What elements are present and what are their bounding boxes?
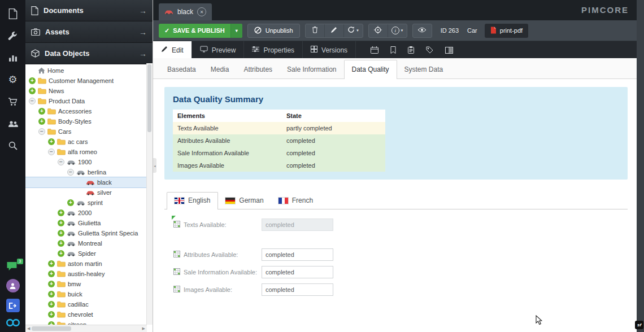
expand-icon[interactable]: + xyxy=(58,250,64,257)
save-dropdown-caret-icon[interactable]: ▾ xyxy=(230,24,242,38)
notes-clipboard-icon[interactable] xyxy=(408,46,414,54)
expand-icon[interactable]: + xyxy=(67,199,74,206)
tree-item-giulietta[interactable]: +Giulietta xyxy=(25,218,147,228)
tree-item-accessories[interactable]: +Accessories xyxy=(25,106,147,116)
reports-chart-icon[interactable] xyxy=(6,51,20,64)
unpublish-button[interactable]: Unpublish xyxy=(247,24,300,38)
collapse-icon[interactable]: − xyxy=(29,98,36,104)
tree-item-body-styles[interactable]: +Body-Styles xyxy=(25,116,147,126)
language-tab-german[interactable]: German xyxy=(218,193,271,209)
expand-icon[interactable]: + xyxy=(48,301,55,308)
expand-icon[interactable]: + xyxy=(48,138,55,145)
tree-item-cadillac[interactable]: +cadillac xyxy=(25,299,147,309)
close-tab-icon[interactable]: ✕ xyxy=(197,7,206,16)
ecommerce-cart-icon[interactable] xyxy=(6,95,20,108)
file-icon[interactable] xyxy=(6,7,20,20)
view-tab-versions[interactable]: Versions xyxy=(303,41,356,59)
content-tab-attributes[interactable]: Attributes xyxy=(236,60,280,78)
settings-gear-icon[interactable]: ⚙ xyxy=(6,73,20,86)
tag-icon[interactable] xyxy=(426,46,433,54)
view-tab-preview[interactable]: Preview xyxy=(192,41,245,59)
tree-item-black[interactable]: black xyxy=(25,177,147,187)
notifications-chat-icon[interactable]: 3 xyxy=(6,261,20,273)
expand-icon[interactable]: + xyxy=(48,260,55,267)
expand-icon[interactable]: + xyxy=(38,108,45,115)
rename-button[interactable] xyxy=(325,24,344,37)
content-tab-system-data[interactable]: System Data xyxy=(397,60,451,78)
symfony-debug-badge[interactable]: sf xyxy=(635,321,643,329)
tree-item-silver[interactable]: silver xyxy=(25,187,147,198)
content-tab-basedata[interactable]: Basedata xyxy=(160,60,203,78)
tree-item-product-data[interactable]: −Product Data xyxy=(25,96,147,106)
reload-caret-icon[interactable]: ▾ xyxy=(356,28,359,33)
view-tab-properties[interactable]: Properties xyxy=(244,41,303,59)
tree-horizontal-scrollbar[interactable]: ◀ ▶ xyxy=(25,325,147,332)
expand-icon[interactable]: + xyxy=(58,230,64,237)
expand-icon[interactable]: + xyxy=(48,311,55,318)
tools-wrench-icon[interactable] xyxy=(6,29,20,42)
tree-item-chevrolet[interactable]: +chevrolet xyxy=(25,309,147,320)
tree-vertical-scrollbar[interactable] xyxy=(146,63,153,325)
scrollbar-thumb[interactable] xyxy=(32,326,71,331)
content-tab-sale-information[interactable]: Sale Information xyxy=(280,60,343,78)
info-caret-icon[interactable]: ▾ xyxy=(401,28,403,33)
schedule-calendar-icon[interactable] xyxy=(371,46,378,54)
collapse-panel-handle[interactable]: ◂ xyxy=(153,158,156,173)
expand-icon[interactable]: + xyxy=(48,270,55,277)
scroll-right-icon[interactable]: ▶ xyxy=(141,326,147,331)
scroll-left-icon[interactable]: ◀ xyxy=(25,326,32,331)
field-input[interactable]: completed xyxy=(262,266,333,278)
tree-item-aston-martin[interactable]: +aston martin xyxy=(25,259,147,269)
tree-item-bmw[interactable]: +bmw xyxy=(25,279,147,289)
tree-item-sprint[interactable]: +sprint xyxy=(25,198,147,208)
open-preview-button[interactable] xyxy=(413,24,432,37)
layout-columns-icon[interactable] xyxy=(445,47,453,54)
tree-item-gulietta-sprint-specia[interactable]: +Gulietta Sprint Specia xyxy=(25,228,147,238)
tree-item-spider[interactable]: +Spider xyxy=(25,248,147,259)
collapse-icon[interactable]: − xyxy=(48,148,55,155)
tree-item-1900[interactable]: −1900 xyxy=(25,157,147,167)
tree-item-montreal[interactable]: +Montreal xyxy=(25,238,147,248)
collapse-icon[interactable]: − xyxy=(67,169,74,176)
expand-icon[interactable]: + xyxy=(38,118,45,125)
tree-item-customer-management[interactable]: +Customer Management xyxy=(25,76,147,86)
locate-in-tree-button[interactable] xyxy=(369,24,388,37)
language-tab-french[interactable]: French xyxy=(271,193,320,209)
bookmark-icon[interactable] xyxy=(390,46,396,54)
reload-button[interactable]: ▾ xyxy=(344,24,363,37)
tree-item-2000[interactable]: +2000 xyxy=(25,208,147,218)
tree-item-news[interactable]: +News xyxy=(25,86,147,96)
view-tab-edit[interactable]: Edit xyxy=(153,41,192,59)
expand-icon[interactable]: + xyxy=(58,209,64,216)
expand-icon[interactable]: + xyxy=(29,88,36,94)
tree-item-ac-cars[interactable]: +ac cars xyxy=(25,137,147,147)
save-publish-button[interactable]: ✓SAVE & PUBLISH ▾ xyxy=(159,24,242,38)
scrollbar-thumb[interactable] xyxy=(147,64,151,132)
collapse-icon[interactable]: − xyxy=(58,159,64,165)
tree-item-berlina[interactable]: −berlina xyxy=(25,167,147,177)
language-tab-english[interactable]: English xyxy=(167,192,218,209)
expand-icon[interactable]: + xyxy=(58,220,64,226)
user-profile-icon[interactable] xyxy=(6,279,20,292)
content-tab-data-quality[interactable]: Data Quality xyxy=(344,60,397,79)
tree-item-austin-healey[interactable]: +austin-healey xyxy=(25,269,147,279)
expand-icon[interactable]: + xyxy=(48,291,55,298)
tree-item-alfa-romeo[interactable]: −alfa romeo xyxy=(25,147,147,157)
section-documents[interactable]: Documents→ xyxy=(25,0,153,21)
open-tab-black[interactable]: black ✕ xyxy=(159,3,212,20)
expand-icon[interactable]: + xyxy=(29,77,36,84)
expand-icon[interactable]: + xyxy=(58,240,64,247)
info-button[interactable]: i▾ xyxy=(388,24,407,37)
section-data-objects[interactable]: Data Objects→ xyxy=(25,43,153,64)
field-input[interactable]: completed xyxy=(262,248,333,261)
search-icon[interactable] xyxy=(6,139,20,152)
tree-item-home[interactable]: Home xyxy=(25,65,147,76)
delete-button[interactable] xyxy=(306,24,325,37)
field-input[interactable]: completed xyxy=(262,219,333,231)
customers-users-icon[interactable] xyxy=(6,117,20,130)
section-assets[interactable]: Assets→ xyxy=(25,21,153,43)
tree-item-cars[interactable]: −Cars xyxy=(25,126,147,137)
field-input[interactable]: completed xyxy=(262,283,333,296)
tree-item-buick[interactable]: +buick xyxy=(25,289,147,299)
collapse-icon[interactable]: − xyxy=(38,128,45,135)
